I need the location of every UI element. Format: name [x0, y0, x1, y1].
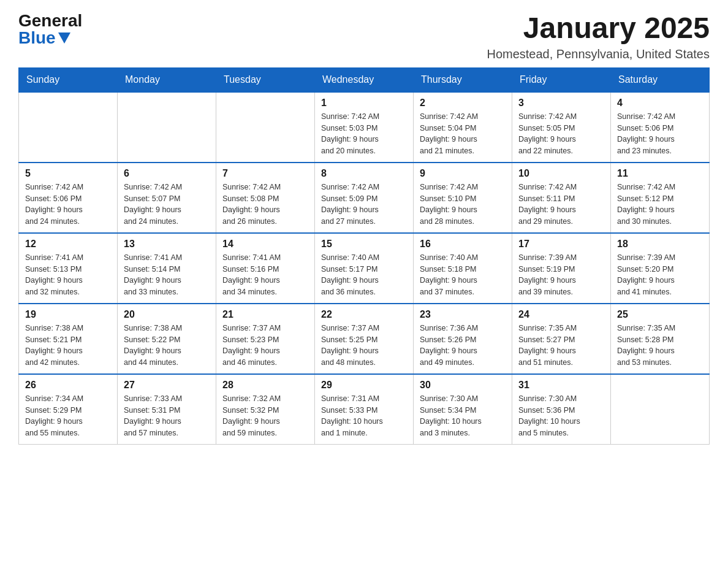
calendar-cell: 19Sunrise: 7:38 AMSunset: 5:21 PMDayligh… — [19, 304, 118, 374]
logo-triangle-icon — [58, 33, 70, 44]
weekday-header-friday: Friday — [512, 67, 611, 92]
day-info: Sunrise: 7:37 AMSunset: 5:25 PMDaylight:… — [321, 323, 407, 369]
calendar-cell: 16Sunrise: 7:40 AMSunset: 5:18 PMDayligh… — [414, 233, 512, 304]
calendar-cell — [611, 374, 710, 445]
weekday-header-sunday: Sunday — [19, 67, 118, 92]
calendar-cell: 8Sunrise: 7:42 AMSunset: 5:09 PMDaylight… — [315, 163, 414, 233]
logo: General Blue — [18, 12, 82, 47]
day-number: 2 — [420, 98, 506, 109]
day-number: 16 — [420, 239, 506, 250]
day-info: Sunrise: 7:41 AMSunset: 5:16 PMDaylight:… — [222, 252, 308, 298]
day-number: 27 — [124, 380, 210, 391]
day-number: 12 — [25, 239, 111, 250]
day-info: Sunrise: 7:38 AMSunset: 5:21 PMDaylight:… — [25, 323, 111, 369]
calendar-body: 1Sunrise: 7:42 AMSunset: 5:03 PMDaylight… — [19, 92, 710, 445]
day-number: 6 — [124, 168, 210, 179]
logo-general-text: General — [18, 12, 82, 29]
calendar-cell: 27Sunrise: 7:33 AMSunset: 5:31 PMDayligh… — [118, 374, 216, 445]
day-info: Sunrise: 7:37 AMSunset: 5:23 PMDaylight:… — [222, 323, 308, 369]
day-number: 20 — [124, 309, 210, 320]
day-info: Sunrise: 7:42 AMSunset: 5:10 PMDaylight:… — [420, 182, 506, 228]
day-info: Sunrise: 7:35 AMSunset: 5:27 PMDaylight:… — [518, 323, 604, 369]
month-title: January 2025 — [487, 12, 710, 45]
day-info: Sunrise: 7:42 AMSunset: 5:06 PMDaylight:… — [25, 182, 111, 228]
day-number: 15 — [321, 239, 407, 250]
title-block: January 2025 Homestead, Pennsylvania, Un… — [487, 12, 710, 61]
day-info: Sunrise: 7:39 AMSunset: 5:19 PMDaylight:… — [518, 252, 604, 298]
calendar-cell: 15Sunrise: 7:40 AMSunset: 5:17 PMDayligh… — [315, 233, 414, 304]
day-number: 3 — [518, 98, 604, 109]
calendar-cell: 28Sunrise: 7:32 AMSunset: 5:32 PMDayligh… — [216, 374, 315, 445]
calendar-cell: 2Sunrise: 7:42 AMSunset: 5:04 PMDaylight… — [414, 92, 512, 163]
location-title: Homestead, Pennsylvania, United States — [487, 47, 710, 61]
calendar-week-row: 1Sunrise: 7:42 AMSunset: 5:03 PMDaylight… — [19, 92, 710, 163]
calendar-cell: 29Sunrise: 7:31 AMSunset: 5:33 PMDayligh… — [315, 374, 414, 445]
calendar-cell: 6Sunrise: 7:42 AMSunset: 5:07 PMDaylight… — [118, 163, 216, 233]
day-info: Sunrise: 7:42 AMSunset: 5:12 PMDaylight:… — [617, 182, 703, 228]
calendar-cell: 30Sunrise: 7:30 AMSunset: 5:34 PMDayligh… — [414, 374, 512, 445]
day-info: Sunrise: 7:39 AMSunset: 5:20 PMDaylight:… — [617, 252, 703, 298]
logo-blue-text: Blue — [18, 29, 70, 47]
calendar-week-row: 5Sunrise: 7:42 AMSunset: 5:06 PMDaylight… — [19, 163, 710, 233]
calendar-cell: 5Sunrise: 7:42 AMSunset: 5:06 PMDaylight… — [19, 163, 118, 233]
calendar-cell: 22Sunrise: 7:37 AMSunset: 5:25 PMDayligh… — [315, 304, 414, 374]
day-number: 31 — [518, 380, 604, 391]
day-number: 26 — [25, 380, 111, 391]
calendar-cell: 9Sunrise: 7:42 AMSunset: 5:10 PMDaylight… — [414, 163, 512, 233]
weekday-header-row: SundayMondayTuesdayWednesdayThursdayFrid… — [19, 67, 710, 92]
day-info: Sunrise: 7:32 AMSunset: 5:32 PMDaylight:… — [222, 393, 308, 439]
calendar-cell — [19, 92, 118, 163]
day-number: 8 — [321, 168, 407, 179]
day-info: Sunrise: 7:42 AMSunset: 5:09 PMDaylight:… — [321, 182, 407, 228]
day-number: 18 — [617, 239, 703, 250]
day-number: 7 — [222, 168, 308, 179]
day-number: 10 — [518, 168, 604, 179]
calendar-cell: 3Sunrise: 7:42 AMSunset: 5:05 PMDaylight… — [512, 92, 611, 163]
calendar-cell: 17Sunrise: 7:39 AMSunset: 5:19 PMDayligh… — [512, 233, 611, 304]
calendar-cell: 10Sunrise: 7:42 AMSunset: 5:11 PMDayligh… — [512, 163, 611, 233]
day-number: 28 — [222, 380, 308, 391]
day-info: Sunrise: 7:41 AMSunset: 5:13 PMDaylight:… — [25, 252, 111, 298]
calendar-week-row: 19Sunrise: 7:38 AMSunset: 5:21 PMDayligh… — [19, 304, 710, 374]
day-number: 14 — [222, 239, 308, 250]
calendar-cell: 12Sunrise: 7:41 AMSunset: 5:13 PMDayligh… — [19, 233, 118, 304]
day-info: Sunrise: 7:40 AMSunset: 5:18 PMDaylight:… — [420, 252, 506, 298]
day-number: 4 — [617, 98, 703, 109]
calendar-week-row: 26Sunrise: 7:34 AMSunset: 5:29 PMDayligh… — [19, 374, 710, 445]
day-info: Sunrise: 7:36 AMSunset: 5:26 PMDaylight:… — [420, 323, 506, 369]
day-number: 23 — [420, 309, 506, 320]
day-info: Sunrise: 7:30 AMSunset: 5:34 PMDaylight:… — [420, 393, 506, 439]
calendar-cell: 4Sunrise: 7:42 AMSunset: 5:06 PMDaylight… — [611, 92, 710, 163]
day-number: 1 — [321, 98, 407, 109]
day-number: 9 — [420, 168, 506, 179]
day-number: 11 — [617, 168, 703, 179]
weekday-header-saturday: Saturday — [611, 67, 710, 92]
day-number: 30 — [420, 380, 506, 391]
weekday-header-monday: Monday — [118, 67, 216, 92]
calendar-cell — [118, 92, 216, 163]
page-header: General Blue January 2025 Homestead, Pen… — [18, 12, 710, 61]
day-info: Sunrise: 7:34 AMSunset: 5:29 PMDaylight:… — [25, 393, 111, 439]
weekday-header-thursday: Thursday — [414, 67, 512, 92]
day-info: Sunrise: 7:38 AMSunset: 5:22 PMDaylight:… — [124, 323, 210, 369]
calendar-cell: 24Sunrise: 7:35 AMSunset: 5:27 PMDayligh… — [512, 304, 611, 374]
calendar-cell: 23Sunrise: 7:36 AMSunset: 5:26 PMDayligh… — [414, 304, 512, 374]
day-info: Sunrise: 7:42 AMSunset: 5:05 PMDaylight:… — [518, 111, 604, 157]
day-info: Sunrise: 7:42 AMSunset: 5:07 PMDaylight:… — [124, 182, 210, 228]
calendar-header: SundayMondayTuesdayWednesdayThursdayFrid… — [19, 67, 710, 92]
day-info: Sunrise: 7:41 AMSunset: 5:14 PMDaylight:… — [124, 252, 210, 298]
day-info: Sunrise: 7:42 AMSunset: 5:03 PMDaylight:… — [321, 111, 407, 157]
day-info: Sunrise: 7:31 AMSunset: 5:33 PMDaylight:… — [321, 393, 407, 439]
day-info: Sunrise: 7:42 AMSunset: 5:11 PMDaylight:… — [518, 182, 604, 228]
day-number: 21 — [222, 309, 308, 320]
day-info: Sunrise: 7:33 AMSunset: 5:31 PMDaylight:… — [124, 393, 210, 439]
day-number: 17 — [518, 239, 604, 250]
weekday-header-wednesday: Wednesday — [315, 67, 414, 92]
day-number: 25 — [617, 309, 703, 320]
calendar-cell: 20Sunrise: 7:38 AMSunset: 5:22 PMDayligh… — [118, 304, 216, 374]
day-info: Sunrise: 7:30 AMSunset: 5:36 PMDaylight:… — [518, 393, 604, 439]
calendar-cell: 14Sunrise: 7:41 AMSunset: 5:16 PMDayligh… — [216, 233, 315, 304]
day-number: 29 — [321, 380, 407, 391]
day-number: 24 — [518, 309, 604, 320]
calendar-cell: 18Sunrise: 7:39 AMSunset: 5:20 PMDayligh… — [611, 233, 710, 304]
